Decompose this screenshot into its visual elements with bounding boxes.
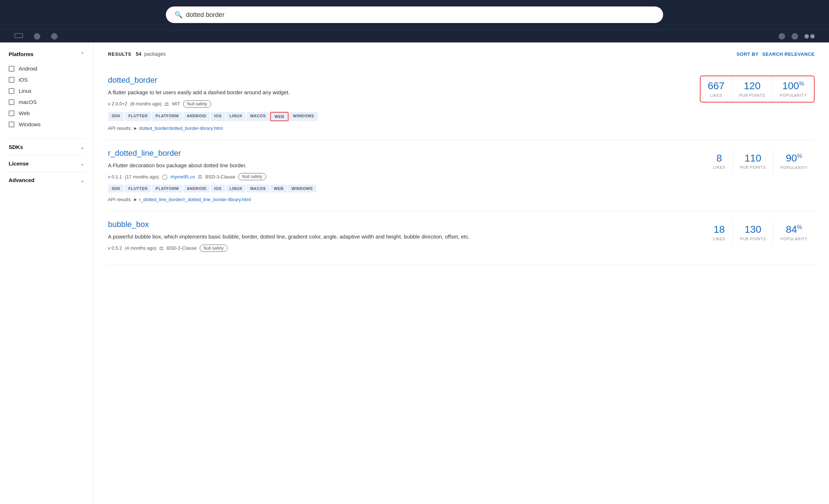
tag-platform-2[interactable]: PLATFORM [152,185,182,192]
api-arrow-2: ► [133,197,138,202]
api-results-dotted-border: API results: ► dotted_border/dotted_bord… [108,126,689,131]
tag-macos-2[interactable]: MACOS [246,185,269,192]
ios-checkbox[interactable] [9,77,14,83]
tag-macos[interactable]: MACOS [246,112,269,121]
results-count: RESULTS 54 packages [108,51,166,57]
sdks-chevron-icon[interactable]: ⌄ [80,144,85,150]
package-stats-bubble-box: 18 LIKES 130 PUB POINTS 84% POPULARITY [706,220,815,245]
tag-flutter-2[interactable]: FLUTTER [125,185,151,192]
sidebar: Platforms ⌃ Android iOS Linux macOS [0,42,94,503]
null-safety-r-dotted[interactable]: Null safety [238,173,266,180]
platforms-title: Platforms [9,51,33,57]
sdks-title: SDKs [9,144,23,150]
stat-value-pub-points-3: 130 [744,224,761,235]
platforms-section-header: Platforms ⌃ [9,51,85,57]
stat-label-likes-3: LIKES [713,237,725,241]
version-bubble-box: v 0.5.2 [108,245,122,251]
platform-item-android[interactable]: Android [9,63,85,74]
stat-label-pub-points-3: PUB POINTS [740,237,766,241]
linux-checkbox[interactable] [9,88,14,94]
package-desc-r-dotted: A Flutter decoration box package about d… [108,162,695,170]
package-info-bubble-box: bubble_box A powerful bubble box, which … [108,220,695,256]
android-checkbox[interactable] [9,66,14,72]
package-stats-r-dotted: 8 LIKES 110 PUB POINTS 90% POPULARITY [706,149,815,174]
platform-item-macos[interactable]: macOS [9,96,85,108]
stat-value-likes: 667 [708,81,725,92]
package-name-dotted-border[interactable]: dotted_border [108,76,689,85]
balance-icon-dotted-border: ⚖ [164,101,169,107]
package-name-bubble-box[interactable]: bubble_box [108,220,695,229]
platform-item-windows[interactable]: Windows [9,119,85,130]
macos-label: macOS [19,99,37,105]
package-card-bubble-box: bubble_box A powerful bubble box, which … [108,211,815,265]
package-stats-dotted-border: 667 LIKES 120 PUB POINTS 100% POPULARITY [700,76,815,103]
search-input[interactable] [186,11,654,19]
license-dotted-border: MIT [172,101,180,106]
tag-linux-2[interactable]: LINUX [226,185,246,192]
tag-web-2[interactable]: WEB [270,185,287,192]
stat-pub-points-bubble-box: 130 PUB POINTS [733,220,773,245]
sort-value[interactable]: SEARCH RELEVANCE [762,51,815,57]
content: RESULTS 54 packages SORT BY SEARCH RELEV… [94,42,829,503]
package-info-dotted-border: dotted_border A flutter package to let u… [108,76,689,131]
tag-linux[interactable]: LINUX [226,112,246,121]
nav-circle-2 [51,33,58,40]
age-dotted-border: (8 months ago) [130,101,162,106]
package-name-r-dotted[interactable]: r_dotted_line_border [108,149,695,158]
license-section[interactable]: License ⌄ [9,155,85,172]
tag-platform[interactable]: PLATFORM [152,112,182,121]
null-safety-bubble-box[interactable]: Null safety [200,245,228,252]
tag-windows-2[interactable]: WINDOWS [288,185,316,192]
tag-android-2[interactable]: ANDROID [183,185,210,192]
nav-icon-1 [779,33,785,40]
windows-checkbox[interactable] [9,122,14,127]
tag-sdk[interactable]: SDK [108,112,124,121]
tags-row-r-dotted: SDK FLUTTER PLATFORM ANDROID IOS LINUX M… [108,185,695,193]
version-r-dotted: v 0.1.1 [108,174,122,180]
macos-checkbox[interactable] [9,99,14,105]
author-r-dotted[interactable]: rhyme95.cn [171,174,195,180]
sort-by: SORT BY SEARCH RELEVANCE [737,51,815,57]
stat-popularity-dotted-border: 100% POPULARITY [772,76,814,102]
tag-ios-2[interactable]: IOS [210,185,225,192]
sdks-section[interactable]: SDKs ⌄ [9,139,85,155]
nav-icons [779,33,815,40]
percent-sign: % [799,81,804,87]
nav-dot-1 [805,34,809,38]
percent-sign-3: % [797,224,802,230]
popularity-number-3: 84 [786,224,797,235]
package-meta-bubble-box: v 0.5.2 (4 months ago) ⚖ BSD-2-Clause Nu… [108,245,695,252]
package-info-r-dotted: r_dotted_line_border A Flutter decoratio… [108,149,695,203]
platforms-chevron-icon[interactable]: ⌃ [80,51,85,57]
api-link-dotted-border[interactable]: dotted_border/dotted_border-library.html [139,126,223,131]
version-dotted-border: v 2.0.0+2 [108,101,127,106]
balance-icon-bubble-box: ⚖ [159,245,164,251]
ios-label: iOS [19,77,28,83]
tag-web-highlighted[interactable]: WEB [270,112,289,121]
popularity-number: 100 [782,80,799,91]
advanced-section[interactable]: Advanced ⌄ [9,172,85,188]
tag-ios[interactable]: IOS [210,112,225,121]
tag-flutter[interactable]: FLUTTER [125,112,151,121]
stat-label-pub-points: PUB POINTS [739,93,765,97]
tag-sdk-2[interactable]: SDK [108,185,124,192]
linux-label: Linux [19,88,32,94]
api-link-r-dotted[interactable]: r_dotted_line_border/r_dotted_line_borde… [139,197,251,202]
stat-value-pub-points: 120 [744,81,761,92]
license-chevron-icon[interactable]: ⌄ [80,161,85,167]
android-label: Android [19,65,37,72]
stat-label-popularity-3: POPULARITY [780,237,807,241]
null-safety-dotted-border[interactable]: Null safety [183,100,211,108]
tag-windows[interactable]: WINDOWS [289,112,318,121]
tag-android[interactable]: ANDROID [183,112,210,121]
stat-label-pub-points-2: PUB POINTS [740,165,766,169]
web-checkbox[interactable] [9,110,14,116]
platform-item-ios[interactable]: iOS [9,74,85,85]
age-bubble-box: (4 months ago) [125,245,156,251]
advanced-chevron-icon[interactable]: ⌄ [80,177,85,183]
platform-item-linux[interactable]: Linux [9,85,85,96]
stat-value-pub-points-2: 110 [744,153,761,164]
platform-item-web[interactable]: Web [9,108,85,119]
package-meta-dotted-border: v 2.0.0+2 (8 months ago) ⚖ MIT Null safe… [108,100,689,108]
nav-bar [0,29,829,42]
